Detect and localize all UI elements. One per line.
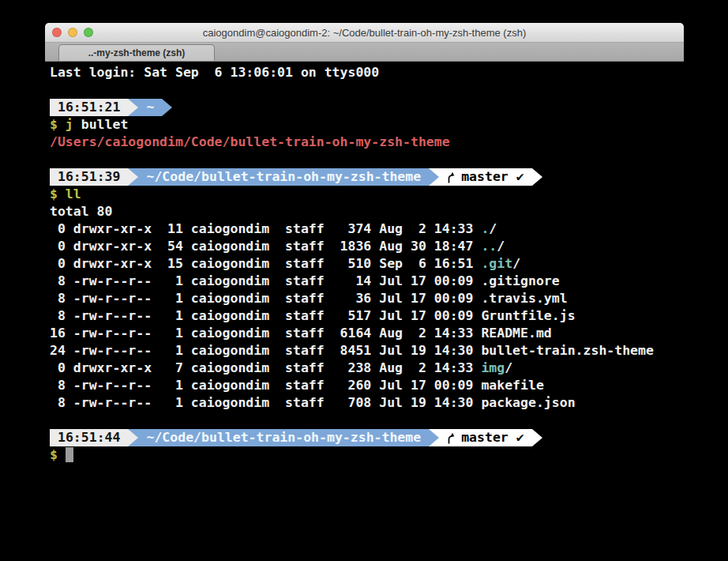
ls-row: 0 drwxr-xr-x 11 caiogondim staff 374 Aug… <box>50 220 684 238</box>
terminal-text-span: 8 -rw-r--r-- 1 caiogondim staff 14 Jul 1… <box>50 273 481 288</box>
terminal-text-span: bullet <box>73 117 129 132</box>
terminal-line <box>50 412 684 429</box>
prompt-separator-arrow <box>128 99 138 116</box>
window-title: caiogondim@caiogondim-2: ~/Code/bullet-t… <box>203 27 527 39</box>
terminal-text-span: makefile <box>481 378 543 393</box>
minimize-button[interactable] <box>68 28 77 37</box>
terminal-text-span: 0 drwxr-xr-x 54 caiogondim staff 1836 Au… <box>50 239 481 254</box>
ls-total-line: total 80 <box>50 203 684 220</box>
ls-row: 8 -rw-r--r-- 1 caiogondim staff 708 Jul … <box>50 394 684 412</box>
last-login-line: Last login: Sat Sep 6 13:06:01 on ttys00… <box>50 64 684 81</box>
terminal-line <box>50 151 684 168</box>
terminal-text-span: .. <box>481 239 497 254</box>
terminal-content[interactable]: Last login: Sat Sep 6 13:06:01 on ttys00… <box>45 62 684 464</box>
prompt-time-segment: 16:51:21 <box>50 99 128 116</box>
zoom-button[interactable] <box>84 28 93 37</box>
prompt-dir-segment: ~/Code/bullet-train-oh-my-zsh-theme <box>138 168 429 186</box>
prompt-separator-arrow <box>532 168 542 186</box>
terminal-text-span: total 80 <box>50 204 112 219</box>
terminal-text-span: .gitignore <box>481 273 559 288</box>
terminal-text-span: 0 drwxr-xr-x 7 caiogondim staff 238 Aug … <box>50 360 481 375</box>
git-branch-icon <box>447 171 456 183</box>
terminal-text-span: .git <box>481 256 512 271</box>
terminal-text-span: /Users/caiogondim/Code/bullet-train-oh-m… <box>50 134 450 149</box>
command-line: $ j bullet <box>50 116 684 134</box>
tab-active[interactable]: ..-my-zsh-theme (zsh) <box>58 44 215 61</box>
terminal-text-span: 16 -rw-r--r-- 1 caiogondim staff 6164 Au… <box>50 326 481 341</box>
terminal-text-span: Gruntfile.js <box>481 308 575 323</box>
tab-label: ..-my-zsh-theme (zsh) <box>88 47 186 58</box>
ls-row: 16 -rw-r--r-- 1 caiogondim staff 6164 Au… <box>50 325 684 342</box>
terminal-text-span: $ j <box>50 117 73 132</box>
terminal-text-span: 24 -rw-r--r-- 1 caiogondim staff 8451 Ju… <box>50 343 481 358</box>
terminal-text-span: 0 drwxr-xr-x 15 caiogondim staff 510 Sep… <box>50 256 481 271</box>
terminal-text-span: 8 -rw-r--r-- 1 caiogondim staff 260 Jul … <box>50 378 481 393</box>
prompt-git-segment: master ✔ <box>439 168 531 186</box>
prompt-time-segment: 16:51:44 <box>50 429 128 446</box>
terminal-text-span: 8 -rw-r--r-- 1 caiogondim staff 36 Jul 1… <box>50 291 481 306</box>
prompt-separator-arrow <box>162 99 172 116</box>
terminal-text-span: bullet-train.zsh-theme <box>481 343 654 358</box>
prompt-dir-segment: ~ <box>138 99 162 116</box>
prompt-time-segment: 16:51:39 <box>50 168 128 186</box>
terminal-text-span: Last login: Sat Sep 6 13:06:01 on ttys00… <box>50 65 379 80</box>
terminal-text-span: img <box>481 360 505 375</box>
traffic-lights <box>52 23 93 42</box>
ls-row: 0 drwxr-xr-x 15 caiogondim staff 510 Sep… <box>50 255 684 273</box>
terminal-window: caiogondim@caiogondim-2: ~/Code/bullet-t… <box>45 23 684 555</box>
input-line: $ <box>50 446 684 464</box>
prompt-separator-arrow <box>128 429 138 446</box>
terminal-text-span: package.json <box>481 395 575 410</box>
command-output: /Users/caiogondim/Code/bullet-train-oh-m… <box>50 134 684 151</box>
tab-bar: ..-my-zsh-theme (zsh) <box>45 43 684 62</box>
ls-row: 8 -rw-r--r-- 1 caiogondim staff 36 Jul 1… <box>50 290 684 307</box>
terminal-text-span: / <box>497 239 505 254</box>
window-titlebar[interactable]: caiogondim@caiogondim-2: ~/Code/bullet-t… <box>45 23 684 43</box>
terminal-text-span: 8 -rw-r--r-- 1 caiogondim staff 517 Jul … <box>50 308 481 323</box>
prompt-separator-arrow <box>429 168 439 186</box>
ls-row: 8 -rw-r--r-- 1 caiogondim staff 260 Jul … <box>50 377 684 394</box>
ls-row: 24 -rw-r--r-- 1 caiogondim staff 8451 Ju… <box>50 342 684 360</box>
ls-row: 8 -rw-r--r-- 1 caiogondim staff 14 Jul 1… <box>50 273 684 290</box>
prompt-separator-arrow <box>429 429 439 446</box>
ls-row: 0 drwxr-xr-x 54 caiogondim staff 1836 Au… <box>50 238 684 255</box>
terminal-text-span: . <box>481 221 489 236</box>
prompt-git-segment: master ✔ <box>439 429 531 446</box>
prompt-separator-arrow <box>532 429 542 446</box>
terminal-text-span: 0 drwxr-xr-x 11 caiogondim staff 374 Aug… <box>50 221 481 236</box>
prompt-line: 16:51:21~ <box>50 99 684 116</box>
terminal-text-span: $ <box>50 447 66 462</box>
prompt-line: 16:51:44~/Code/bullet-train-oh-my-zsh-th… <box>50 429 684 446</box>
prompt-dir-segment: ~/Code/bullet-train-oh-my-zsh-theme <box>138 429 429 446</box>
terminal-text-span: README.md <box>481 326 551 341</box>
terminal-line <box>50 81 684 99</box>
ls-row: 8 -rw-r--r-- 1 caiogondim staff 517 Jul … <box>50 307 684 325</box>
prompt-separator-arrow <box>128 168 138 186</box>
terminal-text-span: / <box>512 256 520 271</box>
terminal-text-span: .travis.yml <box>481 291 567 306</box>
prompt-line: 16:51:39~/Code/bullet-train-oh-my-zsh-th… <box>50 168 684 186</box>
terminal-text-span: / <box>505 360 512 375</box>
git-branch-icon <box>447 432 456 444</box>
terminal-cursor <box>66 447 73 462</box>
terminal-text-span: $ ll <box>50 186 81 201</box>
ls-row: 0 drwxr-xr-x 7 caiogondim staff 238 Aug … <box>50 360 684 377</box>
terminal-text-span: / <box>489 221 497 236</box>
terminal-text-span: 8 -rw-r--r-- 1 caiogondim staff 708 Jul … <box>50 395 481 410</box>
close-button[interactable] <box>52 28 62 37</box>
command-line: $ ll <box>50 186 684 203</box>
